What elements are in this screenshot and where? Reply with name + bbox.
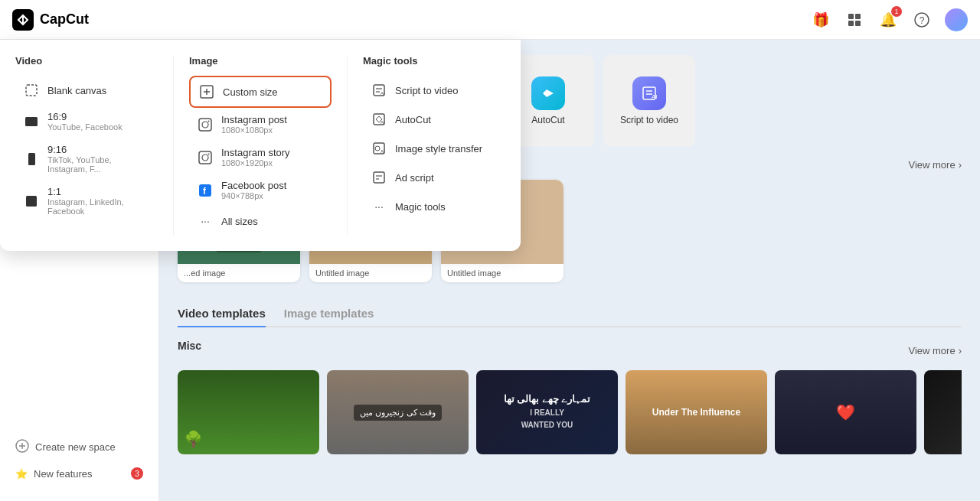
svg-point-23 [202, 122, 208, 128]
misc-chevron-right-icon: › [959, 345, 962, 356]
magic-script-label: Script to video [395, 85, 458, 96]
new-features-label: New features [34, 468, 93, 480]
magic-tools-icon: ··· [371, 198, 387, 215]
dropdown-script-to-video[interactable]: AI Script to video [363, 76, 505, 105]
dropdown-magic-tools[interactable]: ··· Magic tools [363, 192, 505, 221]
9-16-sub: TikTok, YouTube, Instagram, F... [47, 155, 150, 174]
16-9-info: 16:9 YouTube, Facebook [47, 111, 122, 132]
dropdown-instagram-post[interactable]: Instagram post 1080×1080px [189, 108, 332, 141]
gift-icon[interactable]: 🎁 [810, 9, 831, 31]
script-to-video-card[interactable]: AI Script to video [603, 55, 695, 147]
sidebar-create-space[interactable]: Create new space [6, 433, 152, 461]
svg-text:?: ? [920, 15, 925, 26]
script-icon: AI [641, 85, 658, 102]
dropdown-autocut[interactable]: AI AutoCut [363, 105, 505, 134]
tab-image-templates[interactable]: Image templates [284, 301, 374, 327]
tabs-bar: Video templates Image templates [178, 301, 962, 327]
sidebar-bottom: Create new space ⭐ New features 3 [6, 427, 152, 492]
svg-rect-25 [199, 151, 211, 164]
template-card-4[interactable]: Under The Influence [626, 370, 767, 454]
help-icon[interactable]: ? [911, 9, 933, 31]
1-1-sub: Instagram, LinkedIn, Facebook [47, 197, 150, 216]
template-card-1[interactable]: 🌳 [178, 370, 319, 454]
topbar-actions: 🎁 🔔 1 ? [810, 8, 968, 31]
dropdown-ad-script[interactable]: Ad script [363, 163, 505, 192]
svg-point-24 [208, 120, 210, 122]
svg-text:AI: AI [381, 120, 385, 125]
dropdown-16-9[interactable]: 16:9 YouTube, Facebook [15, 105, 158, 138]
template-card-5[interactable]: ❤️ [775, 370, 916, 454]
dropdown-image-style-transfer[interactable]: AI Image style transfer [363, 134, 505, 163]
notification-icon[interactable]: 🔔 1 [877, 9, 899, 31]
svg-point-38 [375, 146, 380, 151]
template-card-2[interactable]: وقت کی زنجیروں میں [327, 370, 469, 454]
9-16-info: 9:16 TikTok, YouTube, Instagram, F... [47, 144, 150, 174]
magic-section-title: Magic tools [363, 55, 505, 67]
video-section-title: Video [15, 55, 158, 67]
facebook-post-info: Facebook post 940×788px [221, 180, 286, 200]
9-16-label: 9:16 [47, 144, 150, 155]
create-space-label: Create new space [35, 441, 116, 453]
dropdown-all-sizes[interactable]: ··· All sizes [189, 207, 332, 236]
image-card-label-2: Untitled image [309, 264, 432, 282]
dropdown-blank-canvas[interactable]: Blank canvas [15, 76, 158, 105]
svg-text:AI: AI [381, 91, 385, 96]
misc-section-header: Misc View more › [178, 340, 962, 361]
template-card-6[interactable]: 💗 [924, 370, 962, 454]
svg-rect-4 [848, 21, 854, 26]
avatar[interactable] [945, 8, 968, 31]
instagram-story-label: Instagram story [221, 147, 290, 158]
notification-badge: 1 [891, 6, 902, 17]
magic-autocut-label: AutoCut [395, 114, 431, 125]
autocut-icon [539, 84, 557, 102]
image-card-label-1: ...ed image [178, 264, 300, 282]
svg-text:AI: AI [652, 93, 658, 100]
create-dropdown: Video Blank canvas 16:9 YouTube, Faceboo… [0, 40, 521, 251]
custom-size-label: Custom size [223, 86, 278, 98]
sidebar-new-features[interactable]: ⭐ New features 3 [6, 461, 152, 486]
template-row: 🌳 وقت کی زنجیروں میں تمہارے چھے بھالی تھ… [178, 370, 962, 454]
topbar: CapCut 🎁 🔔 1 ? [0, 0, 980, 40]
template-card-3[interactable]: تمہارے چھے بھالی تھاI REALLYWANTED YOU [476, 370, 618, 454]
apps-icon[interactable] [844, 9, 865, 31]
dropdown-facebook-post[interactable]: f Facebook post 940×788px [189, 174, 332, 207]
9-16-icon [23, 151, 40, 168]
dropdown-custom-size[interactable]: Custom size [189, 76, 332, 108]
chevron-right-icon: › [959, 159, 962, 171]
instagram-post-icon [197, 116, 214, 133]
autocut-label: AutoCut [531, 115, 564, 125]
dropdown-1-1[interactable]: 1:1 Instagram, LinkedIn, Facebook [15, 180, 158, 222]
svg-rect-39 [374, 172, 384, 183]
svg-text:AI: AI [381, 149, 385, 154]
blank-canvas-label: Blank canvas [47, 85, 106, 96]
view-more-label: View more [908, 159, 955, 171]
facebook-post-sub: 940×788px [221, 191, 286, 200]
dropdown-instagram-story[interactable]: Instagram story 1080×1920px [189, 141, 332, 174]
svg-rect-3 [855, 14, 861, 19]
16-9-sub: YouTube, Facebook [47, 122, 122, 132]
instagram-post-info: Instagram post 1080×1080px [221, 114, 287, 135]
instagram-post-sub: 1080×1080px [221, 125, 287, 135]
view-more-button[interactable]: View more › [908, 159, 962, 171]
svg-rect-17 [28, 153, 35, 165]
instagram-story-sub: 1080×1920px [221, 158, 290, 168]
tab-video-templates[interactable]: Video templates [178, 301, 266, 327]
all-sizes-label: All sizes [221, 216, 258, 227]
svg-rect-15 [26, 85, 37, 96]
app-logo[interactable]: CapCut [12, 9, 89, 31]
dropdown-video-col: Video Blank canvas 16:9 YouTube, Faceboo… [0, 55, 174, 236]
dropdown-9-16[interactable]: 9:16 TikTok, YouTube, Instagram, F... [15, 138, 158, 180]
magic-tools-label: Magic tools [395, 201, 446, 213]
image-section-title: Image [189, 55, 332, 67]
capcut-logo-icon [12, 9, 34, 31]
new-features-badge: 3 [131, 467, 143, 480]
dropdown-magic-col: Magic tools AI Script to video AI [348, 55, 521, 236]
svg-point-27 [208, 153, 210, 155]
dropdown-image-col: Image Custom size Instagram post [174, 55, 348, 236]
16-9-label: 16:9 [47, 111, 122, 122]
magic-ad-label: Ad script [395, 172, 434, 184]
app-name: CapCut [40, 11, 89, 28]
svg-rect-2 [848, 14, 854, 19]
new-features-icon: ⭐ [15, 468, 28, 480]
misc-view-more-button[interactable]: View more › [908, 345, 962, 356]
